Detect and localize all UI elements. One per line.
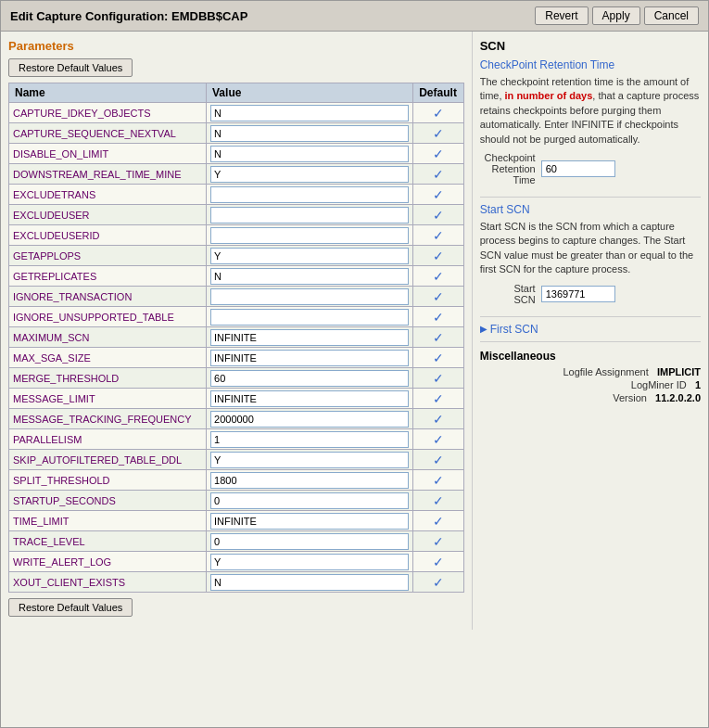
param-name-cell: IGNORE_TRANSACTION [9, 287, 207, 307]
param-value-cell[interactable] [207, 511, 413, 531]
checkmark-icon: ✓ [433, 371, 444, 386]
param-value-cell[interactable] [207, 470, 413, 491]
table-row: PARALLELISM✓ [9, 429, 464, 450]
start-scn-section: Start SCN Start SCN is the SCN from whic… [480, 203, 701, 305]
table-row: SPLIT_THRESHOLD✓ [9, 470, 464, 491]
title-buttons: Revert Apply Cancel [535, 6, 699, 25]
restore-default-bottom-button[interactable]: Restore Default Values [8, 598, 133, 617]
param-value-cell[interactable] [207, 287, 413, 307]
param-value-input[interactable] [210, 411, 409, 428]
param-value-input[interactable] [210, 309, 409, 326]
param-name-cell: EXCLUDEUSERID [9, 225, 207, 246]
param-name: GETAPPLOPS [13, 250, 81, 262]
revert-button[interactable]: Revert [535, 6, 588, 25]
param-value-cell[interactable] [207, 103, 413, 123]
param-value-cell[interactable] [207, 307, 413, 327]
table-row: STARTUP_SECONDS✓ [9, 491, 464, 511]
param-value-input[interactable] [210, 472, 409, 489]
table-row: EXCLUDEUSER✓ [9, 205, 464, 225]
param-value-cell[interactable] [207, 348, 413, 368]
param-value-input[interactable] [210, 288, 409, 305]
table-row: MAXIMUM_SCN✓ [9, 327, 464, 348]
param-name: TRACE_LEVEL [13, 536, 85, 547]
param-value-cell[interactable] [207, 572, 413, 593]
checkpoint-section-title: CheckPoint Retention Time [480, 58, 701, 71]
checkpoint-retention-input[interactable] [541, 160, 615, 177]
param-name-cell: MESSAGE_TRACKING_FREQUENCY [9, 409, 207, 429]
apply-button[interactable]: Apply [592, 6, 640, 25]
param-value-cell[interactable] [207, 205, 413, 225]
checkmark-icon: ✓ [433, 473, 444, 488]
param-value-input[interactable] [210, 329, 409, 346]
param-value-cell[interactable] [207, 225, 413, 246]
param-name: CAPTURE_SEQUENCE_NEXTVAL [13, 128, 176, 139]
param-value-cell[interactable] [207, 450, 413, 470]
param-value-input[interactable] [210, 431, 409, 448]
param-name-cell: TRACE_LEVEL [9, 531, 207, 552]
param-default-cell: ✓ [413, 164, 463, 185]
version-value: 11.2.0.2.0 [655, 392, 701, 403]
param-value-cell[interactable] [207, 123, 413, 144]
param-value-input[interactable] [210, 186, 409, 203]
param-value-input[interactable] [210, 166, 409, 183]
param-value-cell[interactable] [207, 409, 413, 429]
logfile-row: Logfile Assignment IMPLICIT [480, 366, 701, 377]
param-value-cell[interactable] [207, 144, 413, 164]
page-title: Edit Capture Configuration: EMDBB$CAP [10, 9, 247, 23]
main-content: Parameters Restore Default Values Name V… [1, 32, 708, 630]
col-header-name: Name [9, 83, 207, 103]
param-value-input[interactable] [210, 492, 409, 509]
start-scn-input[interactable] [541, 286, 615, 302]
param-value-cell[interactable] [207, 266, 413, 287]
param-value-input[interactable] [210, 146, 409, 162]
title-bar: Edit Capture Configuration: EMDBB$CAP Re… [1, 1, 708, 32]
param-value-input[interactable] [210, 513, 409, 530]
param-value-input[interactable] [210, 105, 409, 121]
param-value-cell[interactable] [207, 389, 413, 409]
logminer-value: 1 [695, 379, 701, 390]
restore-default-top-button[interactable]: Restore Default Values [8, 58, 133, 77]
table-row: SKIP_AUTOFILTERED_TABLE_DDL✓ [9, 450, 464, 470]
divider1 [480, 197, 701, 198]
param-value-cell[interactable] [207, 246, 413, 266]
start-scn-description: Start SCN is the SCN from which a captur… [480, 220, 701, 277]
param-value-input[interactable] [210, 207, 409, 224]
param-value-cell[interactable] [207, 327, 413, 348]
param-value-input[interactable] [210, 248, 409, 264]
param-value-input[interactable] [210, 350, 409, 366]
checkpoint-label1: Checkpoint [480, 152, 536, 163]
misc-title: Miscellaneous [480, 350, 701, 363]
param-value-cell[interactable] [207, 429, 413, 450]
param-value-input[interactable] [210, 452, 409, 468]
param-value-cell[interactable] [207, 368, 413, 389]
param-value-input[interactable] [210, 227, 409, 244]
param-value-cell[interactable] [207, 185, 413, 205]
param-name-cell: WRITE_ALERT_LOG [9, 552, 207, 572]
param-name-cell: GETREPLICATES [9, 266, 207, 287]
param-value-cell[interactable] [207, 552, 413, 572]
table-row: IGNORE_TRANSACTION✓ [9, 287, 464, 307]
parameters-table: Name Value Default CAPTURE_IDKEY_OBJECTS… [8, 83, 464, 593]
param-value-cell[interactable] [207, 164, 413, 185]
table-row: MESSAGE_LIMIT✓ [9, 389, 464, 409]
table-row: MESSAGE_TRACKING_FREQUENCY✓ [9, 409, 464, 429]
scn-title: SCN [480, 39, 701, 53]
first-scn-link[interactable]: ▶ First SCN [480, 323, 701, 336]
param-value-input[interactable] [210, 268, 409, 285]
param-value-input[interactable] [210, 533, 409, 550]
param-value-input[interactable] [210, 390, 409, 407]
param-value-cell[interactable] [207, 531, 413, 552]
param-value-cell[interactable] [207, 491, 413, 511]
checkmark-icon: ✓ [433, 432, 444, 447]
param-value-input[interactable] [210, 574, 409, 591]
param-value-input[interactable] [210, 554, 409, 570]
param-value-input[interactable] [210, 370, 409, 387]
param-name: DISABLE_ON_LIMIT [13, 148, 108, 160]
param-name-cell: DOWNSTREAM_REAL_TIME_MINE [9, 164, 207, 185]
table-row: GETREPLICATES✓ [9, 266, 464, 287]
table-row: MAX_SGA_SIZE✓ [9, 348, 464, 368]
param-name-cell: IGNORE_UNSUPPORTED_TABLE [9, 307, 207, 327]
param-value-input[interactable] [210, 125, 409, 142]
cancel-button[interactable]: Cancel [644, 6, 699, 25]
param-name: EXCLUDEUSER [13, 210, 90, 221]
